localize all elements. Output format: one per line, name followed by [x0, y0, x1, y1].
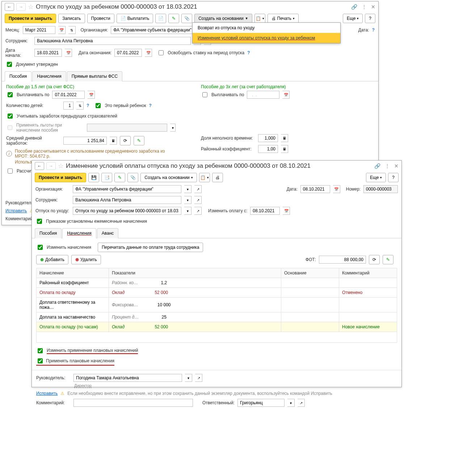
post-button[interactable]: Провести: [87, 14, 114, 23]
link-icon[interactable]: 🔗: [374, 163, 380, 169]
table-row[interactable]: Оплата по окладу Оклад 52 000 Отменено: [37, 288, 397, 298]
open-icon[interactable]: ↗: [194, 207, 202, 215]
post-close-button[interactable]: Провести и закрыть: [5, 14, 56, 23]
fot-input[interactable]: [319, 256, 366, 264]
tab-accruals[interactable]: Начисления: [32, 71, 66, 81]
change-from-input[interactable]: [250, 207, 280, 215]
director-link[interactable]: Директор: [74, 383, 92, 388]
head-input[interactable]: [73, 374, 182, 382]
org-input[interactable]: [73, 185, 181, 193]
copy-icon-button[interactable]: 📋▾: [254, 14, 265, 23]
tab-advance[interactable]: Аванс: [97, 228, 119, 238]
refresh-button[interactable]: ⟳: [120, 136, 131, 145]
first-child-checkbox[interactable]: [96, 103, 101, 108]
calendar-icon[interactable]: 📅: [88, 91, 95, 99]
favorite-icon[interactable]: ☆: [28, 3, 34, 11]
date-input[interactable]: [300, 185, 330, 193]
tab-benefits[interactable]: Пособия: [35, 228, 62, 238]
dropdown-icon[interactable]: ▾: [184, 207, 191, 215]
forward-button[interactable]: →: [46, 162, 56, 170]
back-button[interactable]: ←: [5, 3, 14, 11]
write-button[interactable]: Записать: [58, 14, 85, 23]
close-icon[interactable]: ✕: [394, 163, 399, 169]
region-input[interactable]: [258, 145, 278, 153]
order-set-checkbox[interactable]: [37, 219, 42, 224]
dropdown-icon[interactable]: ▾: [184, 185, 191, 193]
recalc-checkbox[interactable]: [8, 169, 13, 174]
tab-fss[interactable]: Прямые выплаты ФСС: [67, 71, 122, 81]
avg-input[interactable]: [63, 137, 107, 145]
calendar-icon[interactable]: 📅: [283, 207, 290, 215]
help-icon[interactable]: ?: [87, 103, 89, 108]
print-icon-button[interactable]: 🖨: [212, 173, 223, 182]
month-input[interactable]: [23, 26, 55, 34]
link-icon[interactable]: 🔗: [351, 4, 357, 10]
pay-until-15-checkbox[interactable]: [8, 92, 13, 97]
calendar-icon[interactable]: 📅: [58, 26, 66, 34]
doc-icon-button[interactable]: 📄: [155, 14, 166, 23]
close-icon[interactable]: ✕: [371, 4, 375, 10]
help-icon[interactable]: ?: [149, 103, 151, 108]
refresh-button[interactable]: ⟳: [369, 255, 380, 264]
create-based-button[interactable]: Создать на основании ▾: [140, 173, 197, 182]
attach-icon-button[interactable]: 📎: [127, 173, 138, 182]
table-row[interactable]: Оплата по окладу (по часам) Оклад 52 000…: [37, 322, 397, 332]
calc-icon[interactable]: 🖩: [110, 137, 117, 145]
release-checkbox[interactable]: [159, 50, 164, 55]
pay-until-3-checkbox[interactable]: [202, 92, 207, 97]
forward-button[interactable]: →: [16, 3, 26, 11]
print-button[interactable]: 🖨 Печать ▾: [268, 14, 299, 23]
employee-input[interactable]: [34, 37, 191, 45]
org-input[interactable]: [111, 26, 198, 34]
create-based-button[interactable]: Создать на основании ▼: [194, 14, 252, 23]
help-icon[interactable]: ?: [247, 50, 250, 55]
attach-icon-button[interactable]: 📎: [181, 14, 192, 23]
pay-button[interactable]: 📄 Выплатить: [117, 14, 153, 23]
start-input[interactable]: [34, 49, 62, 57]
dropdown-change-payment-terms[interactable]: Изменение условий оплаты отпуска по уход…: [193, 33, 340, 43]
open-icon[interactable]: ↗: [194, 196, 202, 204]
change-planned-checkbox[interactable]: [38, 348, 43, 353]
recalc-button[interactable]: Перечитать данные по оплате труда сотруд…: [98, 243, 203, 252]
edit-icon-button[interactable]: ✎: [168, 14, 179, 23]
table-row[interactable]: Районный коэффициент Районн. ко… 1,2: [37, 278, 397, 288]
post-icon-button[interactable]: 📑: [101, 173, 112, 182]
help-button[interactable]: ?: [365, 14, 375, 23]
dropdown-icon[interactable]: ▾: [287, 399, 295, 407]
employee-input[interactable]: [73, 196, 181, 204]
leave-input[interactable]: [73, 207, 181, 215]
more-button[interactable]: Еще ▾: [343, 14, 363, 23]
table-row[interactable]: Доплата ответственному за пожа… Фиксиров…: [37, 298, 397, 312]
apply-planned-checkbox[interactable]: [38, 358, 43, 363]
favorite-icon[interactable]: ☆: [58, 162, 64, 170]
open-icon[interactable]: ↗: [298, 399, 305, 407]
dropdown-icon[interactable]: ▾: [184, 196, 191, 204]
resp-input[interactable]: [237, 399, 285, 407]
approved-checkbox[interactable]: [7, 62, 12, 67]
prev-emp-checkbox[interactable]: [8, 114, 13, 119]
comment-input[interactable]: [73, 399, 193, 407]
children-input[interactable]: [63, 102, 73, 110]
help-button[interactable]: ?: [388, 173, 399, 182]
open-icon[interactable]: ↗: [195, 374, 202, 382]
tab-benefits[interactable]: Пособия: [5, 71, 31, 81]
pay-until-15-input[interactable]: [52, 91, 85, 99]
delete-button[interactable]: ⊗ Удалить: [71, 255, 101, 264]
tab-accruals[interactable]: Начисления: [62, 228, 96, 238]
calc-icon[interactable]: 🖩: [281, 134, 288, 142]
copy-icon-button[interactable]: 📋▾: [199, 173, 210, 182]
dropdown-icon[interactable]: ▾: [185, 374, 192, 382]
part-input[interactable]: [258, 134, 278, 142]
calc-icon[interactable]: 🖩: [281, 145, 288, 153]
end-input[interactable]: [114, 49, 142, 57]
calendar-icon[interactable]: 📅: [333, 185, 340, 193]
calendar-icon[interactable]: 📅: [282, 91, 290, 99]
calendar-icon[interactable]: 📅: [145, 49, 152, 57]
spinner-icon[interactable]: ⇅: [76, 102, 84, 110]
kebab-icon[interactable]: ⋮: [385, 163, 390, 169]
kebab-icon[interactable]: ⋮: [362, 4, 367, 10]
edit-icon-button[interactable]: ✎: [114, 173, 125, 182]
dropdown-return-from-leave[interactable]: Возврат из отпуска по уходу: [193, 23, 340, 33]
calendar-icon[interactable]: 📅: [65, 49, 72, 57]
more-button[interactable]: Еще ▾: [366, 173, 386, 182]
